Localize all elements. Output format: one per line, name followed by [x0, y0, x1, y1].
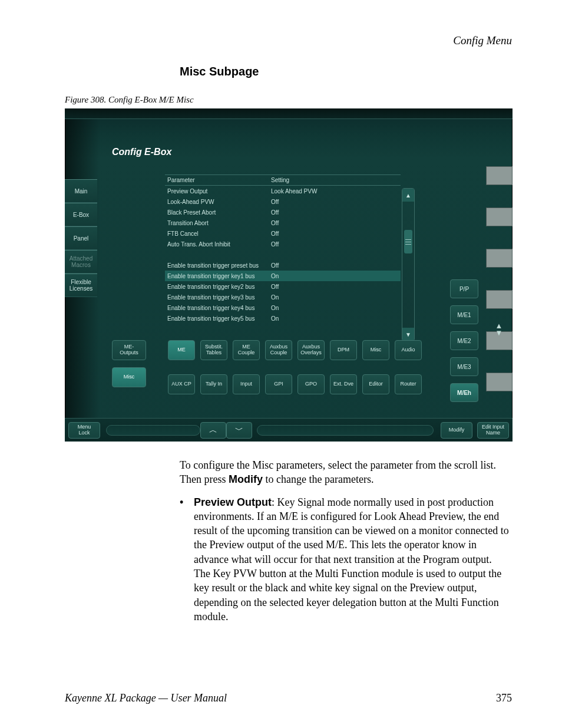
- cell-param: Preview Output: [165, 188, 271, 195]
- page-number: 375: [496, 692, 512, 704]
- modify-button[interactable]: Modify: [441, 422, 472, 439]
- grid-gpi-button[interactable]: GPI: [265, 374, 292, 394]
- left-tab-main[interactable]: Main: [65, 179, 97, 203]
- knob-slot[interactable]: [486, 207, 513, 226]
- grid-substit-tables-button[interactable]: Substit. Tables: [200, 340, 227, 360]
- grid-gpo-button[interactable]: GPO: [297, 374, 325, 394]
- body-p1b: to change the parameters.: [263, 473, 373, 485]
- grid-auxcp-button[interactable]: AUX CP: [168, 374, 195, 394]
- cell-setting: Off: [271, 284, 401, 290]
- me-pp-button[interactable]: P/P: [450, 279, 478, 298]
- knob-slot[interactable]: [486, 373, 513, 391]
- body-p1-bold: Modify: [229, 473, 263, 485]
- misc-button[interactable]: Misc: [112, 367, 146, 387]
- next-button[interactable]: ﹀: [226, 422, 252, 439]
- chevron-down-icon: ﹀: [235, 425, 243, 436]
- cell-param: Black Preset Abort: [165, 209, 271, 216]
- edit-input-name-button[interactable]: Edit InputName: [477, 422, 509, 439]
- table-row[interactable]: Black Preset AbortOff: [165, 207, 401, 218]
- cell-param: Transition Abort: [165, 220, 271, 226]
- cell-param: Enable transition trigger key3 bus: [165, 294, 271, 301]
- chevron-up-icon: ▲: [405, 192, 411, 199]
- grid-misc-button[interactable]: Misc: [362, 340, 389, 360]
- cell-setting: Look Ahead PVW: [271, 188, 401, 195]
- grid-me-button[interactable]: ME: [168, 340, 195, 360]
- cell-setting: On: [271, 294, 401, 301]
- left-tab-ebox[interactable]: E-Box: [65, 203, 97, 226]
- grid-editor-button[interactable]: Editor: [362, 374, 389, 394]
- left-tab-panel[interactable]: Panel: [65, 226, 97, 250]
- bullet-rest: : Key Signal mode normally used in post …: [194, 496, 509, 622]
- chevron-down-icon: ▼: [495, 330, 503, 337]
- knob-slot[interactable]: [486, 166, 513, 185]
- table-row[interactable]: Enable transition trigger preset busOff: [165, 260, 401, 271]
- col-setting: Setting: [271, 177, 401, 183]
- grid-me-couple-button[interactable]: ME Couple: [233, 340, 260, 360]
- parameter-table: Parameter Setting Preview OutputLook Ahe…: [165, 174, 401, 324]
- left-tab-strip: Main E-Box Panel Attached Macros Flexibl…: [65, 179, 97, 297]
- prev-button[interactable]: ︿: [200, 422, 226, 439]
- bottom-bar: MenuLock ︿ ﹀ Modify Edit InputName: [65, 418, 513, 442]
- bullet-dot: •: [180, 495, 194, 624]
- footer-title: Kayenne XL Package — User Manual: [65, 692, 227, 704]
- table-spacer: [165, 249, 401, 260]
- cell-setting: On: [271, 273, 401, 279]
- figure-caption: Figure 308. Config E-Box M/E Misc: [65, 95, 512, 105]
- cell-setting: Off: [271, 241, 401, 248]
- cell-param: FTB Cancel: [165, 230, 271, 237]
- grid-dpm-button[interactable]: DPM: [330, 340, 357, 360]
- table-row[interactable]: Enable transition trigger key1 busOn: [165, 271, 401, 281]
- cell-param: Look-Ahead PVW: [165, 199, 271, 205]
- section-title: Misc Subpage: [180, 65, 512, 78]
- panel-title: Config E-Box: [112, 147, 171, 157]
- cell-setting: On: [271, 305, 401, 311]
- me-outputs-button[interactable]: ME-Outputs: [112, 340, 146, 360]
- grid-tallyin-button[interactable]: Tally In: [200, 374, 227, 394]
- chevron-up-icon: ︿: [209, 425, 217, 436]
- scroll-thumb[interactable]: [404, 230, 412, 253]
- cell-setting: On: [271, 315, 401, 322]
- updown-control[interactable]: ▲ ▼: [490, 321, 508, 338]
- cell-setting: Off: [271, 262, 401, 269]
- screenshot-panel: Config E-Box Main E-Box Panel Attached M…: [65, 108, 513, 442]
- scroll-up-button[interactable]: ▲: [402, 189, 414, 202]
- body-text: To configure the Misc parameters, select…: [180, 458, 510, 624]
- table-row[interactable]: Auto Trans. Abort InhibitOff: [165, 239, 401, 249]
- knob-slot[interactable]: [486, 290, 513, 309]
- table-row[interactable]: Enable transition trigger key3 busOn: [165, 292, 401, 302]
- cell-setting: Off: [271, 209, 401, 216]
- grid-input-button[interactable]: Input: [233, 374, 260, 394]
- grid-extdve-button[interactable]: Ext. Dve: [330, 374, 357, 394]
- table-row[interactable]: Look-Ahead PVWOff: [165, 196, 401, 207]
- cell-param: Enable transition trigger key2 bus: [165, 284, 271, 290]
- cell-param: Enable transition trigger key4 bus: [165, 305, 271, 311]
- me1-button[interactable]: M/E1: [450, 305, 478, 324]
- subpage-button-grid: ME-Outputs Misc ME Substit. Tables ME Co…: [112, 340, 483, 409]
- scroll-down-button[interactable]: ▼: [402, 328, 414, 341]
- scrollbar[interactable]: ▲ ▼: [402, 188, 415, 341]
- page-footer: Kayenne XL Package — User Manual 375: [65, 692, 512, 704]
- col-parameter: Parameter: [165, 177, 271, 183]
- table-row[interactable]: Enable transition trigger key5 busOn: [165, 313, 401, 324]
- table-row[interactable]: Preview OutputLook Ahead PVW: [165, 186, 401, 196]
- table-row[interactable]: Transition AbortOff: [165, 218, 401, 228]
- knob-slot[interactable]: [486, 249, 513, 268]
- left-tab-attached-macros[interactable]: Attached Macros: [65, 250, 97, 274]
- cell-param: Auto Trans. Abort Inhibit: [165, 241, 271, 248]
- right-knob-column: [486, 166, 513, 414]
- table-row[interactable]: Enable transition trigger key2 busOff: [165, 281, 401, 292]
- grid-auxbus-overlays-button[interactable]: Auxbus Overlays: [297, 340, 325, 360]
- left-tab-flexible-licenses[interactable]: Flexible Licenses: [65, 274, 97, 297]
- menu-path-track: [106, 425, 200, 436]
- table-row[interactable]: FTB CancelOff: [165, 228, 401, 239]
- grid-audio-button[interactable]: Audio: [395, 340, 422, 360]
- chevron-down-icon: ▼: [405, 331, 411, 338]
- spacer-track: [257, 425, 434, 436]
- grid-router-button[interactable]: Router: [395, 374, 422, 394]
- cell-setting: Off: [271, 199, 401, 205]
- menu-lock-button[interactable]: MenuLock: [68, 422, 100, 439]
- table-row[interactable]: Enable transition trigger key4 busOn: [165, 302, 401, 313]
- bullet-lead: Preview Output: [194, 496, 272, 508]
- grid-auxbus-couple-button[interactable]: Auxbus Couple: [265, 340, 292, 360]
- cell-param: Enable transition trigger key5 bus: [165, 315, 271, 322]
